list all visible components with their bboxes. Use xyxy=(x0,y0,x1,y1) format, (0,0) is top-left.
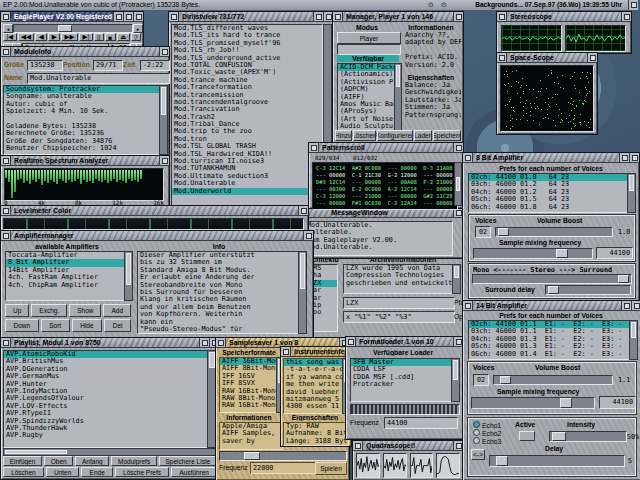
player-entry[interactable]: Amos Music Bank xyxy=(338,101,394,108)
manager-button[interactable]: Konfigurieren xyxy=(377,130,413,141)
levelmeter-titlebar[interactable]: Levelmeter Color xyxy=(1,206,308,216)
instrument-line[interactable]: david luebner xyxy=(284,389,342,396)
dir-entry[interactable]: Mod.TLS_promised_myself'96 xyxy=(172,40,322,47)
dir-entry[interactable]: Mod.turrican II.noise3 xyxy=(172,158,322,165)
depth-gadget-icon[interactable] xyxy=(631,301,640,310)
dir-entry[interactable]: Mod.TLS_its hard to trance xyxy=(172,32,322,39)
loader-entry[interactable]: CDDA MSF [.cdd] xyxy=(351,374,451,381)
instrument-line[interactable]: 4300 essen 11 xyxy=(284,403,342,410)
dir-entry[interactable]: Mod.Trash2 xyxy=(172,114,322,121)
iconify-gadget-icon[interactable] xyxy=(113,12,123,21)
close-gadget-icon[interactable] xyxy=(1,231,11,240)
slider-knob[interactable] xyxy=(548,286,559,294)
instrument-line[interactable]: mitzmannweg 5 xyxy=(284,396,342,403)
close-gadget-icon[interactable] xyxy=(1,12,11,21)
amplifier-entry[interactable]: 4ch. FastRam Amplifier xyxy=(6,274,124,281)
instruments-titlebar[interactable]: Instrumentenfenste xyxy=(281,347,351,357)
close-gadget-icon[interactable] xyxy=(463,301,473,310)
format-entry[interactable]: AIFF 16Bit-Mono xyxy=(220,358,276,365)
close-gadget-icon[interactable] xyxy=(333,12,343,21)
swap-button[interactable]: <-> xyxy=(471,449,485,460)
playlist-button[interactable]: Ende xyxy=(81,467,112,477)
dirlistview-titlebar[interactable]: Dirlistview 731/772 xyxy=(169,12,333,22)
spectrum-titlebar[interactable]: Realtime Spectrum Analyzer xyxy=(1,156,169,166)
transport-button[interactable]: ⏏ xyxy=(117,33,130,41)
moduleinfo-scrollbar[interactable] xyxy=(159,85,168,155)
playlist-entry[interactable]: AVP.RTypeII xyxy=(4,410,207,417)
player-entry[interactable]: (AIFF) xyxy=(338,94,394,101)
close-gadget-icon[interactable] xyxy=(1,338,11,347)
depth-gadget-icon[interactable] xyxy=(159,156,169,165)
boost-slider[interactable] xyxy=(495,227,613,237)
loader-scrollbar[interactable] xyxy=(451,358,460,402)
depth-gadget-icon[interactable] xyxy=(453,143,463,152)
dir-entry[interactable]: Mod.Tribal_Dance xyxy=(172,121,322,128)
close-gadget-icon[interactable] xyxy=(169,12,179,21)
player-entry[interactable]: ACID-DCM Packer xyxy=(338,64,394,71)
amp-button[interactable]: Hide xyxy=(72,319,102,332)
dir-entry[interactable]: Mod.trip to the zoo xyxy=(172,128,322,135)
voice-pref-row[interactable]: 04ch: 46000 01.3 E1: - E2: - E3: - xyxy=(469,336,629,343)
playlist-entry[interactable]: AVP.LOV-Effects xyxy=(4,403,207,410)
voice-pref-row[interactable]: 02ch: 44100 01.1 E1: - E2: - E3: - xyxy=(469,321,629,328)
slider-knob[interactable] xyxy=(498,228,509,236)
manager-button[interactable]: Laden xyxy=(414,130,432,141)
amp14-voice-list[interactable]: 02ch: 44100 01.1 E1: - E2: - E3: -03ch: … xyxy=(468,320,630,360)
dir-entry[interactable]: Mod.TOTAL CONFUSION xyxy=(172,62,322,69)
echo3-radio[interactable]: Echo3 xyxy=(473,437,501,445)
play-sample-button[interactable]: Spielen xyxy=(315,462,347,475)
player-entry[interactable]: (Art of Noise) xyxy=(338,116,394,123)
surround-delay-slider[interactable] xyxy=(545,285,631,295)
delay-slider[interactable] xyxy=(489,455,625,467)
depth-gadget-icon[interactable] xyxy=(453,12,463,21)
playlist-button[interactable]: Unten xyxy=(46,467,80,477)
patternscroll-titlebar[interactable]: Patternscroll xyxy=(309,143,463,153)
moduleinfo-titlebar[interactable]: Moduleinfo xyxy=(1,47,169,57)
dir-entry[interactable]: Mod.TSL_Hardwired_KIDA!! xyxy=(172,151,322,158)
playlist-list[interactable]: AVP.AtomicRoboKidAVP.BritishMusAVP.DGene… xyxy=(3,350,208,448)
playlist-entry[interactable]: AVP.DGeneration xyxy=(4,366,207,373)
playlist-button[interactable]: Lösche Prefs xyxy=(115,467,169,477)
close-gadget-icon[interactable] xyxy=(463,153,473,162)
playlist-button[interactable]: Anfang xyxy=(75,456,109,466)
format-entry[interactable]: RAW 16Bit-Mono xyxy=(220,402,276,409)
close-gadget-icon[interactable] xyxy=(346,337,356,346)
zoom-gadget-icon[interactable] xyxy=(619,153,629,162)
quadrascope-titlebar[interactable]: Quadrascope!! xyxy=(353,441,463,451)
echo2-radio[interactable]: Echo2 xyxy=(473,429,501,437)
screen-depth-gadget-icon[interactable] xyxy=(628,0,638,10)
amp14-titlebar[interactable]: 14 Bit Amplifier xyxy=(463,301,640,311)
manager-button[interactable]: Hinzu xyxy=(335,130,352,141)
slider-knob[interactable] xyxy=(618,275,629,283)
archiv-path-field[interactable]: LZX xyxy=(343,297,455,309)
player-entry[interactable]: (Actionamics) xyxy=(338,71,394,78)
depth-gadget-icon[interactable] xyxy=(621,12,631,21)
close-gadget-icon[interactable] xyxy=(497,12,507,21)
formatloader-titlebar[interactable]: Formatloader 1 von 10 xyxy=(346,337,463,347)
amp-info-scrollbar[interactable] xyxy=(298,251,307,334)
slider-knob[interactable] xyxy=(560,398,572,408)
seek-left-button[interactable]: ◂ xyxy=(3,24,13,33)
depth-gadget-icon[interactable] xyxy=(298,206,308,215)
eagleplayer-titlebar[interactable]: EaglePlayer V2.00 Registered xyxy=(1,12,143,22)
archiv-info-scrollbar[interactable] xyxy=(452,264,461,294)
commodity-icon[interactable]: ⊙ xyxy=(428,1,434,9)
player-entry[interactable]: (AProSys) xyxy=(338,108,394,115)
playlist-titlebar[interactable]: Playlist, Modul 1 von 8750 xyxy=(1,338,219,348)
amp-button[interactable]: Down xyxy=(5,319,39,332)
amp8-scrollbar[interactable] xyxy=(627,173,636,213)
loader-entry[interactable]: CDDA LSF xyxy=(351,366,451,373)
instrument-line[interactable]: if ya wanna cont xyxy=(284,374,342,381)
close-gadget-icon[interactable] xyxy=(353,441,363,450)
playlist-button[interactable]: Modulprefs xyxy=(111,456,157,466)
slider-knob[interactable] xyxy=(496,456,508,466)
loader-freq-field[interactable]: 44100 xyxy=(384,417,458,429)
amp-button[interactable]: Add xyxy=(103,304,131,317)
amp8-titlebar[interactable]: 8 Bit Amplifier xyxy=(463,153,639,163)
seek-right-button[interactable]: ▸ xyxy=(133,24,143,33)
playlist-entry[interactable]: AVP.Hunter xyxy=(4,381,207,388)
amp-button[interactable]: Exchg. xyxy=(31,304,67,317)
amplifier-entry[interactable]: 14Bit Amplifier xyxy=(6,267,124,274)
amplifier-entry[interactable]: 4ch. ChipRam Amplifier xyxy=(6,282,124,289)
amp-button[interactable]: Up xyxy=(5,304,29,317)
